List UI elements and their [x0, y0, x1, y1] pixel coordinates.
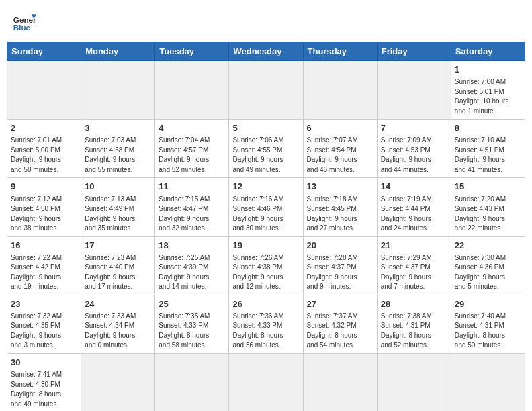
- day-info: Sunrise: 7:38 AM Sunset: 4:31 PM Dayligh…: [381, 312, 447, 351]
- day-info: Sunrise: 7:12 AM Sunset: 4:50 PM Dayligh…: [11, 195, 77, 234]
- day-number: 29: [455, 298, 521, 310]
- weekday-tuesday: Tuesday: [155, 42, 229, 61]
- calendar-cell: [81, 61, 155, 120]
- calendar-cell: 20Sunrise: 7:28 AM Sunset: 4:37 PM Dayli…: [303, 236, 377, 295]
- day-info: Sunrise: 7:06 AM Sunset: 4:55 PM Dayligh…: [232, 136, 299, 175]
- calendar-cell: 3Sunrise: 7:03 AM Sunset: 4:58 PM Daylig…: [81, 120, 155, 178]
- calendar-cell: 24Sunrise: 7:33 AM Sunset: 4:34 PM Dayli…: [81, 295, 155, 353]
- weekday-thursday: Thursday: [303, 42, 377, 61]
- day-number: 28: [381, 298, 447, 310]
- day-number: 9: [11, 181, 77, 193]
- day-info: Sunrise: 7:04 AM Sunset: 4:57 PM Dayligh…: [159, 136, 225, 175]
- day-info: Sunrise: 7:18 AM Sunset: 4:45 PM Dayligh…: [307, 195, 373, 234]
- weekday-friday: Friday: [377, 42, 451, 61]
- day-info: Sunrise: 7:35 AM Sunset: 4:33 PM Dayligh…: [159, 312, 225, 351]
- day-number: 10: [85, 181, 151, 193]
- calendar-cell: 30Sunrise: 7:41 AM Sunset: 4:30 PM Dayli…: [7, 353, 81, 411]
- weekday-saturday: Saturday: [451, 42, 525, 61]
- day-number: 8: [455, 122, 521, 134]
- calendar-cell: 2Sunrise: 7:01 AM Sunset: 5:00 PM Daylig…: [7, 120, 81, 178]
- page-header: General Blue: [7, 7, 525, 36]
- day-info: Sunrise: 7:30 AM Sunset: 4:36 PM Dayligh…: [455, 253, 521, 292]
- calendar-cell: [7, 61, 81, 120]
- calendar-table: SundayMondayTuesdayWednesdayThursdayFrid…: [7, 42, 525, 411]
- calendar-cell: [229, 353, 303, 411]
- calendar-cell: 4Sunrise: 7:04 AM Sunset: 4:57 PM Daylig…: [155, 120, 229, 178]
- calendar-cell: 27Sunrise: 7:37 AM Sunset: 4:32 PM Dayli…: [303, 295, 377, 353]
- day-info: Sunrise: 7:40 AM Sunset: 4:31 PM Dayligh…: [455, 312, 521, 351]
- week-row-5: 23Sunrise: 7:32 AM Sunset: 4:35 PM Dayli…: [7, 295, 525, 353]
- week-row-2: 2Sunrise: 7:01 AM Sunset: 5:00 PM Daylig…: [7, 120, 525, 178]
- day-info: Sunrise: 7:16 AM Sunset: 4:46 PM Dayligh…: [232, 195, 299, 234]
- calendar-cell: 22Sunrise: 7:30 AM Sunset: 4:36 PM Dayli…: [451, 236, 525, 295]
- day-number: 14: [381, 181, 447, 193]
- day-info: Sunrise: 7:10 AM Sunset: 4:51 PM Dayligh…: [455, 136, 521, 175]
- day-number: 5: [232, 122, 299, 134]
- week-row-3: 9Sunrise: 7:12 AM Sunset: 4:50 PM Daylig…: [7, 178, 525, 236]
- calendar-cell: [155, 353, 229, 411]
- calendar-cell: 13Sunrise: 7:18 AM Sunset: 4:45 PM Dayli…: [303, 178, 377, 236]
- calendar-cell: 14Sunrise: 7:19 AM Sunset: 4:44 PM Dayli…: [377, 178, 451, 236]
- day-number: 11: [159, 181, 225, 193]
- day-info: Sunrise: 7:07 AM Sunset: 4:54 PM Dayligh…: [307, 136, 373, 175]
- day-number: 4: [159, 122, 225, 134]
- day-number: 24: [85, 298, 151, 310]
- day-number: 21: [381, 240, 447, 252]
- day-number: 13: [307, 181, 373, 193]
- weekday-header-row: SundayMondayTuesdayWednesdayThursdayFrid…: [7, 42, 525, 61]
- weekday-wednesday: Wednesday: [229, 42, 303, 61]
- day-number: 2: [11, 122, 77, 134]
- calendar-cell: 12Sunrise: 7:16 AM Sunset: 4:46 PM Dayli…: [229, 178, 303, 236]
- week-row-1: 1Sunrise: 7:00 AM Sunset: 5:01 PM Daylig…: [7, 61, 525, 120]
- day-info: Sunrise: 7:09 AM Sunset: 4:53 PM Dayligh…: [381, 136, 447, 175]
- day-number: 1: [455, 64, 521, 76]
- calendar-cell: 29Sunrise: 7:40 AM Sunset: 4:31 PM Dayli…: [451, 295, 525, 353]
- calendar-cell: [377, 61, 451, 120]
- calendar-cell: 18Sunrise: 7:25 AM Sunset: 4:39 PM Dayli…: [155, 236, 229, 295]
- svg-text:Blue: Blue: [13, 23, 31, 32]
- calendar-cell: 28Sunrise: 7:38 AM Sunset: 4:31 PM Dayli…: [377, 295, 451, 353]
- day-info: Sunrise: 7:22 AM Sunset: 4:42 PM Dayligh…: [11, 253, 77, 292]
- day-number: 6: [307, 122, 373, 134]
- day-number: 7: [381, 122, 447, 134]
- calendar-cell: 1Sunrise: 7:00 AM Sunset: 5:01 PM Daylig…: [451, 61, 525, 120]
- calendar-cell: [377, 353, 451, 411]
- calendar-cell: 8Sunrise: 7:10 AM Sunset: 4:51 PM Daylig…: [451, 120, 525, 178]
- day-info: Sunrise: 7:37 AM Sunset: 4:32 PM Dayligh…: [307, 312, 373, 351]
- day-info: Sunrise: 7:20 AM Sunset: 4:43 PM Dayligh…: [455, 195, 521, 234]
- day-info: Sunrise: 7:03 AM Sunset: 4:58 PM Dayligh…: [85, 136, 151, 175]
- day-info: Sunrise: 7:36 AM Sunset: 4:33 PM Dayligh…: [232, 312, 299, 351]
- day-number: 20: [307, 240, 373, 252]
- day-info: Sunrise: 7:19 AM Sunset: 4:44 PM Dayligh…: [381, 195, 447, 234]
- calendar-cell: [303, 61, 377, 120]
- calendar-cell: 11Sunrise: 7:15 AM Sunset: 4:47 PM Dayli…: [155, 178, 229, 236]
- day-info: Sunrise: 7:13 AM Sunset: 4:49 PM Dayligh…: [85, 195, 151, 234]
- day-info: Sunrise: 7:15 AM Sunset: 4:47 PM Dayligh…: [159, 195, 225, 234]
- calendar-cell: 19Sunrise: 7:26 AM Sunset: 4:38 PM Dayli…: [229, 236, 303, 295]
- day-number: 25: [159, 298, 225, 310]
- weekday-sunday: Sunday: [7, 42, 81, 61]
- day-number: 16: [11, 240, 77, 252]
- day-number: 12: [232, 181, 299, 193]
- logo-icon: General Blue: [12, 9, 36, 34]
- day-number: 18: [159, 240, 225, 252]
- day-info: Sunrise: 7:33 AM Sunset: 4:34 PM Dayligh…: [85, 312, 151, 351]
- day-info: Sunrise: 7:25 AM Sunset: 4:39 PM Dayligh…: [159, 253, 225, 292]
- logo: General Blue: [12, 9, 36, 34]
- day-info: Sunrise: 7:29 AM Sunset: 4:37 PM Dayligh…: [381, 253, 447, 292]
- day-number: 22: [455, 240, 521, 252]
- calendar-cell: 9Sunrise: 7:12 AM Sunset: 4:50 PM Daylig…: [7, 178, 81, 236]
- calendar-cell: 16Sunrise: 7:22 AM Sunset: 4:42 PM Dayli…: [7, 236, 81, 295]
- day-info: Sunrise: 7:41 AM Sunset: 4:30 PM Dayligh…: [11, 370, 77, 409]
- day-number: 17: [85, 240, 151, 252]
- calendar-cell: [229, 61, 303, 120]
- week-row-6: 30Sunrise: 7:41 AM Sunset: 4:30 PM Dayli…: [7, 353, 525, 411]
- calendar-cell: [81, 353, 155, 411]
- calendar-cell: [303, 353, 377, 411]
- calendar-cell: 21Sunrise: 7:29 AM Sunset: 4:37 PM Dayli…: [377, 236, 451, 295]
- day-number: 23: [11, 298, 77, 310]
- calendar-cell: 7Sunrise: 7:09 AM Sunset: 4:53 PM Daylig…: [377, 120, 451, 178]
- day-info: Sunrise: 7:01 AM Sunset: 5:00 PM Dayligh…: [11, 136, 77, 175]
- week-row-4: 16Sunrise: 7:22 AM Sunset: 4:42 PM Dayli…: [7, 236, 525, 295]
- calendar-cell: 5Sunrise: 7:06 AM Sunset: 4:55 PM Daylig…: [229, 120, 303, 178]
